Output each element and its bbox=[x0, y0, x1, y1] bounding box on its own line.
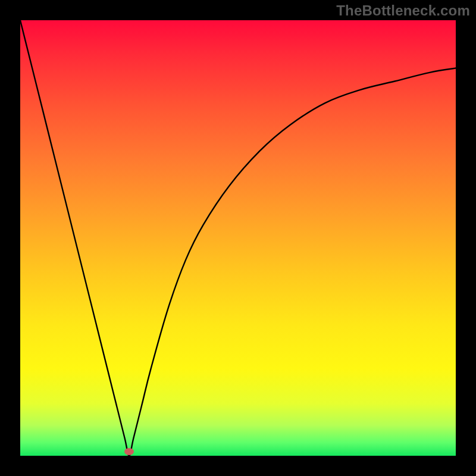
bottleneck-curve bbox=[20, 20, 456, 456]
chart-frame: TheBottleneck.com bbox=[0, 0, 476, 476]
watermark-text: TheBottleneck.com bbox=[336, 2, 470, 19]
optimal-point-marker bbox=[124, 448, 134, 455]
plot-area bbox=[20, 20, 456, 456]
